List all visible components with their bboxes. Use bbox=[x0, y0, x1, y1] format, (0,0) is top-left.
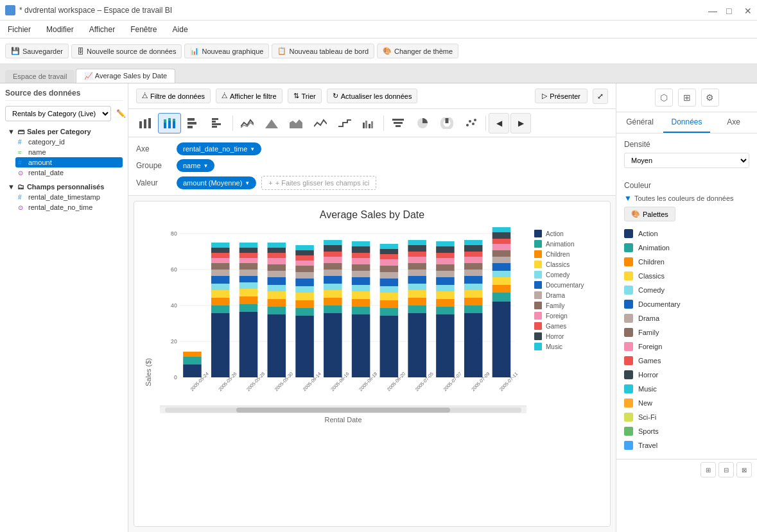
chart-bar-horizontal[interactable] bbox=[182, 113, 205, 133]
dataset-item[interactable]: ▼ 🗃 Sales per Category bbox=[5, 126, 123, 137]
bottom-icon-3[interactable]: ⊠ bbox=[736, 462, 752, 477]
minimize-button[interactable]: — bbox=[708, 6, 716, 14]
bottom-icon-1[interactable]: ⊞ bbox=[700, 462, 716, 477]
legend-swatch-music bbox=[534, 343, 542, 350]
chart-bar-group[interactable] bbox=[358, 113, 381, 133]
present-button[interactable]: ▷ Présenter bbox=[535, 89, 587, 103]
chart-line-wave[interactable] bbox=[236, 113, 259, 133]
menu-modifier[interactable]: Modifier bbox=[44, 24, 76, 35]
collapse-colors-button[interactable]: ▼ bbox=[624, 194, 632, 203]
chart-mountain[interactable] bbox=[260, 113, 283, 133]
palettes-button[interactable]: 🎨 Palettes bbox=[624, 207, 675, 221]
legend-swatch-action bbox=[534, 230, 542, 237]
chart-stepped[interactable] bbox=[333, 113, 356, 133]
menu-fichier[interactable]: Fichier bbox=[5, 24, 33, 35]
chart-nav-left[interactable]: ◀ bbox=[489, 113, 509, 133]
chart-donut[interactable] bbox=[435, 113, 458, 133]
chart-area[interactable] bbox=[284, 113, 308, 133]
group-value-pill[interactable]: name ▼ bbox=[177, 159, 214, 172]
density-label: Densité bbox=[624, 140, 749, 149]
svg-rect-76 bbox=[267, 258, 286, 264]
new-source-button[interactable]: 🗄 Nouvelle source de données bbox=[71, 44, 182, 58]
field-name[interactable]: ≈ name bbox=[15, 147, 123, 157]
custom-expand-icon: ▼ bbox=[8, 183, 15, 191]
menu-aide[interactable]: Aide bbox=[170, 24, 191, 35]
chart-svg-wrapper: Sales ($) 80 60 40 20 0 bbox=[142, 226, 602, 519]
color-label: Couleur bbox=[624, 181, 749, 190]
new-chart-button[interactable]: 📊 Nouveau graphique bbox=[184, 44, 269, 58]
close-button[interactable]: ✕ bbox=[744, 6, 752, 14]
tab-active-chart[interactable]: 📈 Average Sales by Date bbox=[76, 69, 175, 83]
sort-button[interactable]: ⇅ Trier bbox=[288, 89, 322, 103]
density-select[interactable]: Moyen BasMoyenHaut bbox=[624, 153, 749, 168]
chart-pie[interactable] bbox=[411, 113, 434, 133]
svg-rect-112 bbox=[352, 258, 370, 264]
chart-bar-stacked[interactable] bbox=[158, 113, 181, 133]
svg-rect-154 bbox=[464, 298, 483, 305]
dataset-expand-icon: ▼ bbox=[8, 128, 15, 135]
svg-rect-77 bbox=[267, 253, 286, 258]
all-colors-row: ▼ Toutes les couleurs de données bbox=[624, 194, 749, 203]
right-tab-general[interactable]: Général bbox=[616, 112, 663, 133]
chart-scatter[interactable] bbox=[460, 113, 483, 133]
field-label: name bbox=[28, 148, 46, 156]
chart-line[interactable] bbox=[309, 113, 332, 133]
menu-afficher[interactable]: Afficher bbox=[87, 24, 117, 35]
svg-rect-105 bbox=[352, 307, 370, 314]
save-button[interactable]: 💾 Sauvegarder bbox=[5, 44, 69, 58]
right-tab-data[interactable]: Données bbox=[663, 112, 710, 133]
svg-marker-17 bbox=[290, 119, 302, 128]
chart-bar-vertical[interactable] bbox=[134, 113, 157, 133]
new-dashboard-button[interactable]: 📋 Nouveau tableau de bord bbox=[272, 44, 374, 58]
svg-point-30 bbox=[474, 119, 476, 121]
menu-fenetre[interactable]: Fenêtre bbox=[128, 24, 159, 35]
field-no-time[interactable]: ⊙ rental_date_no_time bbox=[15, 202, 123, 212]
tab-workspace[interactable]: Espace de travail bbox=[5, 70, 74, 83]
legend-swatch-children bbox=[534, 250, 542, 258]
svg-rect-15 bbox=[212, 126, 217, 128]
field-rental-date[interactable]: ⊙ rental_date bbox=[15, 167, 123, 178]
chart-bar-horizontal2[interactable] bbox=[207, 113, 230, 133]
datasource-edit-button[interactable]: ✏️ bbox=[114, 108, 128, 119]
right-tab-axis[interactable]: Axe bbox=[710, 112, 757, 133]
expand-button[interactable]: ⤢ bbox=[593, 89, 608, 104]
change-theme-button[interactable]: 🎨 Changer de thème bbox=[377, 44, 458, 58]
legend-label-family: Family bbox=[546, 302, 564, 309]
svg-rect-99 bbox=[324, 263, 342, 270]
right-icon-cube[interactable]: ⬡ bbox=[655, 89, 673, 107]
right-icon-settings[interactable]: ⚙ bbox=[701, 89, 719, 107]
svg-rect-160 bbox=[464, 257, 483, 263]
svg-rect-0 bbox=[139, 121, 142, 128]
custom-fields-list: # rental_date_timestamp ⊙ rental_date_no… bbox=[5, 192, 123, 212]
group-label: Groupe bbox=[136, 161, 171, 170]
svg-rect-101 bbox=[324, 252, 342, 257]
svg-rect-98 bbox=[324, 270, 342, 276]
color-swatch-sports bbox=[624, 427, 633, 436]
show-filter-button[interactable]: ⧊ Afficher le filtre bbox=[216, 89, 283, 103]
svg-rect-82 bbox=[295, 300, 314, 308]
right-icon-grid[interactable]: ⊞ bbox=[678, 89, 696, 107]
refresh-label: Actualiser les données bbox=[341, 92, 412, 100]
svg-rect-109 bbox=[352, 277, 370, 285]
axis-value-pill[interactable]: rental_date_no_time ▼ bbox=[177, 142, 261, 155]
svg-rect-21 bbox=[371, 121, 373, 128]
new-dashboard-icon: 📋 bbox=[277, 47, 286, 55]
custom-fields-group[interactable]: ▼ 🗂 Champs personnalisés bbox=[5, 182, 123, 192]
value-pill[interactable]: amount (Moyenne) ▼ bbox=[177, 176, 256, 189]
scrollbar-thumb[interactable] bbox=[236, 408, 450, 413]
chart-funnel[interactable] bbox=[387, 113, 410, 133]
field-category-id[interactable]: # category_id bbox=[15, 137, 123, 147]
datasource-dropdown[interactable]: Rentals by Category (Live) bbox=[5, 106, 111, 121]
svg-rect-43 bbox=[183, 352, 202, 357]
svg-rect-68 bbox=[267, 314, 286, 377]
chart-nav-right[interactable]: ▶ bbox=[510, 113, 531, 133]
bottom-icon-2[interactable]: ⊟ bbox=[718, 462, 734, 477]
refresh-button[interactable]: ↻ Actualiser les données bbox=[327, 89, 418, 103]
maximize-button[interactable]: □ bbox=[726, 6, 734, 14]
tab-chart-label: Average Sales by Date bbox=[95, 72, 167, 80]
field-timestamp[interactable]: # rental_date_timestamp bbox=[15, 192, 123, 202]
filter-data-button[interactable]: ⧊ Filtre de données bbox=[136, 89, 211, 103]
legend-swatch-documentary bbox=[534, 281, 542, 289]
chart-scrollbar[interactable] bbox=[160, 406, 526, 413]
field-amount[interactable]: # amount bbox=[15, 157, 123, 167]
